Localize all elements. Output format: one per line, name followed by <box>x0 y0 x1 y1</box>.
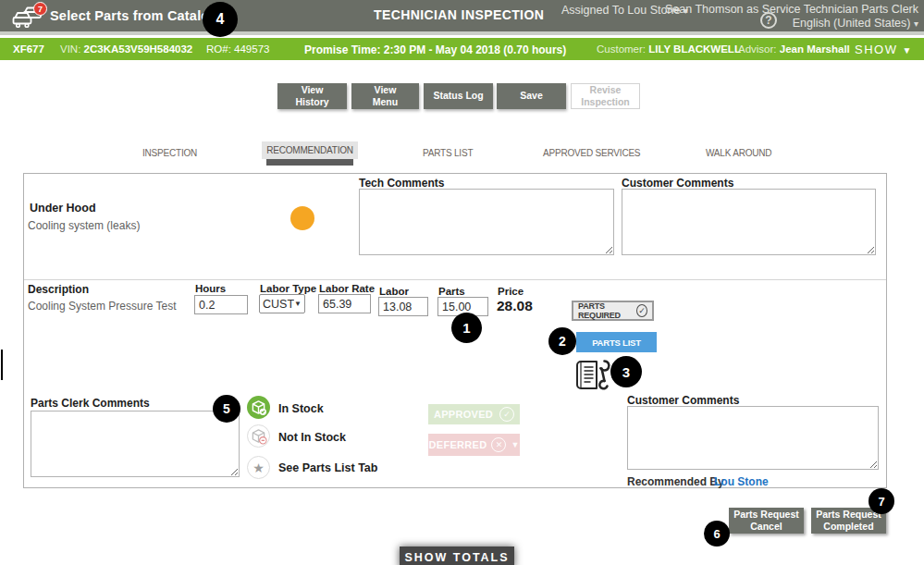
ro-number: RO#: 449573 <box>206 43 269 55</box>
assigned-to-label: Assigned To Lou Stone <box>561 4 680 17</box>
callout-2: 2 <box>548 327 576 355</box>
save-button[interactable]: Save <box>497 83 566 109</box>
parts-required-button[interactable]: PARTS REQUIRED ✓ <box>572 301 654 321</box>
caret-down-icon: ▼ <box>294 300 302 308</box>
labor-type-select[interactable]: CUSTOM ▼ <box>259 294 305 313</box>
labor-rate-input[interactable] <box>318 294 371 313</box>
revise-inspection-button[interactable]: Revise Inspection <box>571 83 640 109</box>
price-value: 28.08 <box>497 298 533 314</box>
show-totals-button[interactable]: SHOW TOTALS <box>400 547 514 565</box>
customer-comments-textarea[interactable] <box>622 189 876 255</box>
caret-down-icon: ▼ <box>903 45 913 55</box>
in-stock-label: In Stock <box>278 402 324 415</box>
recommended-by-label: Recommended By <box>627 475 724 488</box>
see-parts-list-label: See Parts List Tab <box>278 461 377 474</box>
labor-label: Labor <box>379 286 409 297</box>
group-title: Under Hood <box>30 202 96 215</box>
hours-input[interactable] <box>194 295 248 314</box>
status-indicator-circle[interactable] <box>290 206 314 230</box>
callout-7: 7 <box>869 488 894 514</box>
view-menu-button[interactable]: View Menu <box>351 83 419 109</box>
tech-comments-label: Tech Comments <box>359 177 444 190</box>
callout-6: 6 <box>704 521 730 547</box>
tab-walk-around[interactable]: WALK AROUND <box>706 148 771 158</box>
user-role-label: Sean Thomson as Service Technician Parts… <box>665 3 918 16</box>
customer-name: Customer: LILY BLACKWELL <box>597 43 741 55</box>
parts-request-cancel-button[interactable]: Parts Request Cancel <box>729 508 804 534</box>
customer-comments-bottom-textarea[interactable] <box>627 406 879 470</box>
language-label: English (United States) <box>793 17 911 30</box>
callout-1: 1 <box>451 313 482 343</box>
active-tab-underline <box>266 159 353 166</box>
callout-5: 5 <box>213 395 240 423</box>
parts-cart-icon[interactable]: 7 <box>11 5 48 29</box>
parts-label: Parts <box>438 286 465 297</box>
in-stock-icon[interactable] <box>247 396 270 419</box>
tech-comments-textarea[interactable] <box>359 189 614 255</box>
labor-input[interactable] <box>378 297 428 316</box>
app-root: 7 Select Parts from Catalog TECHNICIAN I… <box>0 0 924 565</box>
top-header: 7 Select Parts from Catalog TECHNICIAN I… <box>0 0 924 31</box>
tab-inspection[interactable]: INSPECTION <box>142 148 197 158</box>
check-circle-icon: ✓ <box>499 407 514 422</box>
parts-clerk-comments-textarea[interactable] <box>31 411 240 477</box>
parts-catalog-icon[interactable] <box>571 358 613 393</box>
section-divider <box>24 279 886 280</box>
caret-down-icon: ▾ <box>914 18 918 29</box>
description-label: Description <box>28 283 89 296</box>
text-cursor-artifact <box>1 350 3 380</box>
x-circle-icon: ✕ <box>491 437 506 452</box>
page-title: TECHNICIAN INSPECTION <box>374 7 544 22</box>
promise-time: Promise Time: 2:30 PM - May 04 2018 (0.7… <box>304 43 566 56</box>
star-icon: ★ <box>253 461 265 474</box>
service-description: Cooling System Pressure Test <box>28 300 177 313</box>
tab-parts-list[interactable]: PARTS LIST <box>423 148 473 158</box>
not-in-stock-label: Not In Stock <box>278 431 346 444</box>
view-history-button[interactable]: View History <box>277 83 347 109</box>
callout-4: 4 <box>203 2 238 37</box>
customer-comments-label: Customer Comments <box>622 177 733 190</box>
callout-3: 3 <box>610 356 642 387</box>
parts-clerk-comments-label: Parts Clerk Comments <box>31 397 150 410</box>
labor-type-label: Labor Type <box>260 283 316 294</box>
approved-button[interactable]: APPROVED ✓ <box>428 404 520 424</box>
caret-down-icon: ▼ <box>511 440 519 449</box>
show-toggle[interactable]: SHOW ▼ <box>855 43 913 56</box>
advisor-name: Advisor: Jean Marshall <box>738 43 850 55</box>
tab-approved-services[interactable]: APPROVED SERVICES <box>543 148 640 158</box>
parts-list-button[interactable]: PARTS LIST <box>576 332 657 352</box>
cart-count-badge: 7 <box>33 2 47 16</box>
help-icon[interactable]: ? <box>760 12 777 29</box>
language-dropdown[interactable]: English (United States) ▾ <box>793 17 918 30</box>
status-log-button[interactable]: Status Log <box>424 83 493 109</box>
customer-comments-bottom-label: Customer Comments <box>627 394 739 407</box>
deferred-button[interactable]: DEFERRED ✕ ▼ <box>428 434 520 456</box>
see-parts-list-icon[interactable]: ★ <box>247 456 270 479</box>
not-in-stock-icon[interactable] <box>247 424 270 448</box>
vehicle-info-bar: XF677 VIN: 2C3KA53V59H584032 RO#: 449573… <box>0 38 924 60</box>
labor-rate-label: Labor Rate <box>319 283 375 294</box>
vin-value: VIN: 2C3KA53V59H584032 <box>60 43 192 55</box>
price-label: Price <box>498 286 524 297</box>
recommended-by-link[interactable]: Lou Stone <box>714 475 769 488</box>
select-parts-link[interactable]: Select Parts from Catalog <box>50 8 217 23</box>
inspection-item-name: Cooling system (leaks) <box>28 219 140 232</box>
stock-number: XF677 <box>13 43 44 55</box>
check-circle-icon: ✓ <box>636 304 647 317</box>
tab-recommendation[interactable]: RECOMMENDATION <box>262 141 358 159</box>
hours-label: Hours <box>195 283 226 294</box>
